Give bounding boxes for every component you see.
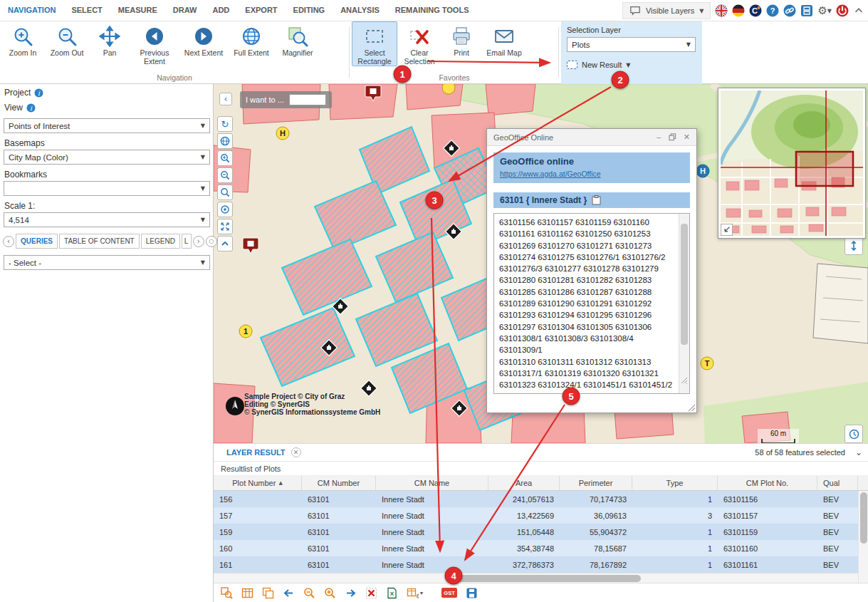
menu-navigation[interactable]: NAVIGATION: [0, 0, 63, 21]
collapse-panel-icon[interactable]: ⌄: [855, 447, 862, 457]
menu-analysis[interactable]: ANALYSIS: [333, 0, 387, 21]
geooffice-link[interactable]: https://www.agda.at/GeoOffice: [500, 170, 601, 178]
menu-add[interactable]: ADD: [204, 0, 237, 21]
info-icon[interactable]: i: [34, 88, 43, 98]
previous-extent-tool[interactable]: Previous Extent: [130, 21, 179, 66]
table-horizontal-scrollbar[interactable]: [214, 573, 858, 583]
column-cm-plot-no[interactable]: CM Plot No.: [718, 476, 817, 490]
overview-expand-button[interactable]: [721, 224, 733, 236]
print-tool[interactable]: Print: [441, 21, 481, 58]
magnifier-tool[interactable]: Magnifier: [275, 21, 320, 58]
visible-layers-dropdown[interactable]: Visible Layers ▼: [622, 2, 711, 19]
menu-export[interactable]: EXPORT: [237, 0, 285, 21]
dialog-titlebar[interactable]: GeoOffice Online ‒ ✕: [487, 129, 696, 146]
pan-tool[interactable]: Pan: [90, 21, 130, 58]
globe-button[interactable]: [217, 133, 233, 149]
table-settings-button[interactable]: ⚙▾: [407, 587, 423, 599]
selection-layer-dropdown[interactable]: Plots ▼: [567, 37, 696, 52]
list-resize-grip[interactable]: [681, 377, 688, 384]
scrollbar-thumb[interactable]: [860, 492, 867, 544]
refresh-button[interactable]: ↻: [217, 116, 233, 132]
dialog-resize-grip[interactable]: [688, 404, 696, 412]
layer-result-tab[interactable]: LAYER RESULT: [226, 448, 286, 457]
tab-legend[interactable]: LEGEND: [141, 234, 180, 249]
settings-gear-button[interactable]: ⚙▼: [817, 4, 832, 17]
tab-queries[interactable]: QUERIES: [16, 234, 58, 249]
scale-dropdown[interactable]: 4,514▼: [4, 212, 210, 227]
close-icon[interactable]: ✕: [684, 133, 690, 142]
result-table-button[interactable]: [241, 587, 253, 599]
table-vertical-scrollbar[interactable]: [858, 491, 868, 583]
tab-table-of-content[interactable]: TABLE OF CONTENT: [59, 234, 140, 249]
language-english-flag-icon[interactable]: [715, 4, 728, 17]
overview-map[interactable]: [718, 88, 866, 239]
menu-draw[interactable]: DRAW: [165, 0, 205, 21]
save-session-icon[interactable]: [800, 4, 813, 17]
column-plot-number[interactable]: Plot Number▲: [214, 476, 302, 490]
menu-remaining-tools[interactable]: REMAINING TOOLS: [387, 0, 477, 21]
help-icon[interactable]: ?: [766, 4, 779, 17]
bookmarks-dropdown[interactable]: ▼: [4, 181, 210, 196]
language-german-flag-icon[interactable]: [732, 4, 745, 17]
scrollbar-thumb[interactable]: [454, 575, 641, 582]
collapse-map-toolbar-button[interactable]: [217, 236, 233, 251]
plot-number-list[interactable]: 63101156 63101157 63101159 63101160 6310…: [493, 213, 690, 394]
logout-power-icon[interactable]: [836, 4, 849, 17]
swipe-tool-button[interactable]: [845, 237, 863, 255]
restore-icon[interactable]: [669, 133, 676, 141]
save-result-button[interactable]: [466, 587, 478, 599]
full-extent-tool[interactable]: Full Extent: [228, 21, 275, 58]
column-type[interactable]: Type: [632, 476, 718, 490]
more-rows-button[interactable]: [324, 587, 336, 599]
share-link-icon[interactable]: [783, 4, 796, 17]
basemap-dropdown[interactable]: City Map (Color)▼: [4, 150, 210, 165]
remove-result-button[interactable]: [365, 587, 377, 599]
new-result-dropdown[interactable]: New Result ▼: [567, 61, 696, 69]
time-slider-button[interactable]: [845, 425, 863, 443]
column-area[interactable]: Area: [488, 476, 560, 490]
column-cm-number[interactable]: CM Number: [302, 476, 376, 490]
map-zoom-in-button[interactable]: [217, 150, 233, 166]
clipboard-icon[interactable]: [592, 195, 601, 205]
column-perimeter[interactable]: Perimeter: [560, 476, 632, 490]
zoom-out-tool[interactable]: Zoom Out: [44, 21, 90, 58]
column-qual[interactable]: Qual: [817, 476, 858, 490]
copy-result-button[interactable]: [262, 587, 274, 599]
collapse-ribbon-icon[interactable]: [853, 5, 864, 16]
table-row[interactable]: 156 63101 Innere Stadt 241,057613 70,174…: [214, 491, 868, 507]
company-logo-icon[interactable]: C: [749, 4, 762, 17]
close-result-icon[interactable]: ✕: [291, 447, 301, 457]
column-cm-name[interactable]: CM Name: [376, 476, 488, 490]
table-row[interactable]: 161 63101 Innere Stadt 372,786373 78,167…: [214, 556, 868, 573]
select-rectangle-tool[interactable]: Select Rectangle: [352, 21, 397, 66]
gst-button[interactable]: GST: [441, 588, 457, 598]
table-row[interactable]: 159 63101 Innere Stadt 151,05448 55,9043…: [214, 524, 868, 540]
fewer-rows-button[interactable]: [303, 587, 315, 599]
zoom-in-tool[interactable]: Zoom In: [1, 21, 44, 58]
info-icon[interactable]: i: [26, 103, 36, 113]
view-dropdown[interactable]: Points of Interest▼: [4, 118, 210, 133]
tab-clipped[interactable]: L: [182, 234, 192, 249]
zoom-window-button[interactable]: [217, 185, 233, 200]
tabs-scroll-left-button[interactable]: ‹: [3, 236, 14, 247]
i-want-to-input[interactable]: [289, 94, 326, 105]
table-row[interactable]: 157 63101 Innere Stadt 13,422569 36,0961…: [214, 507, 868, 524]
export-excel-button[interactable]: X: [386, 587, 398, 599]
query-select-dropdown[interactable]: - Select -▼: [4, 255, 210, 270]
minimize-icon[interactable]: ‒: [657, 133, 662, 142]
collapse-sidebar-button[interactable]: ‹: [219, 93, 232, 105]
table-row[interactable]: 160 63101 Innere Stadt 354,38748 78,1568…: [214, 540, 868, 556]
menu-editing[interactable]: EDITING: [286, 0, 333, 21]
email-map-tool[interactable]: Email Map: [481, 21, 527, 58]
tabs-more-button[interactable]: ○: [206, 236, 217, 247]
next-records-button[interactable]: [345, 587, 357, 599]
next-extent-tool[interactable]: Next Extent: [179, 21, 228, 58]
clear-selection-tool[interactable]: Clear Selection: [397, 21, 441, 66]
menu-measure[interactable]: MEASURE: [110, 0, 165, 21]
tabs-scroll-right-button[interactable]: ›: [193, 236, 204, 247]
map-zoom-out-button[interactable]: [217, 167, 233, 183]
center-position-button[interactable]: [217, 202, 233, 217]
zoom-to-result-button[interactable]: [221, 587, 233, 599]
previous-records-button[interactable]: [283, 587, 295, 599]
overview-extent-rectangle[interactable]: [796, 152, 853, 186]
